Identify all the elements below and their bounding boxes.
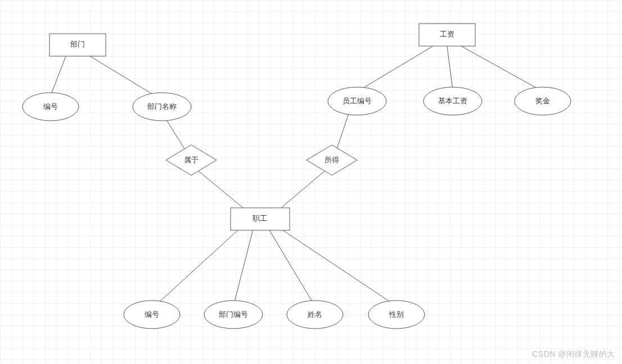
attr-emp-id-label: 编号 [145,310,159,319]
attr-base-salary-label: 基本工资 [438,97,467,105]
edge-emp-gender [281,229,396,306]
er-diagram-canvas: 部门 工资 职工 属于 所得 编号 部门名称 员工编号 基本工资 奖金 [0,0,622,364]
edge-salary-bonus [461,46,540,90]
edge-earns-employee [281,170,326,208]
edge-deptname-belongs [166,119,186,151]
edge-emp-deptid [233,229,253,306]
attr-emp-id: 编号 [124,301,180,329]
attr-emp-deptid: 部门编号 [204,301,263,329]
entity-department-label: 部门 [70,40,85,48]
entity-employee-label: 职工 [253,214,267,222]
attr-dept-id: 编号 [22,93,79,121]
attr-dept-name-label: 部门名称 [147,102,177,111]
entity-salary-label: 工资 [440,30,454,38]
edge-salary-empid [360,46,433,90]
edge-emp-name [269,229,315,306]
attr-emp-gender: 性别 [368,301,425,329]
attr-base-salary: 基本工资 [423,87,482,115]
edge-emp-id [155,229,239,306]
attr-bonus: 奖金 [515,87,571,115]
attr-emp-name: 姓名 [287,301,343,329]
relationship-belongs-to-label: 属于 [184,156,199,164]
entity-salary: 工资 [419,24,475,46]
attr-salary-empid-label: 员工编号 [342,97,372,105]
edge-dept-id [51,56,66,95]
attr-dept-id-label: 编号 [43,102,58,111]
edge-empid-earns [336,113,349,151]
entity-department: 部门 [49,34,106,56]
relationship-earns-label: 所得 [324,156,339,164]
attr-salary-empid: 员工编号 [328,87,386,115]
attr-emp-deptid-label: 部门编号 [219,310,248,319]
entity-employee: 职工 [231,208,290,230]
attr-emp-gender-label: 性别 [389,310,404,319]
relationship-belongs-to: 属于 [166,145,217,175]
attr-dept-name: 部门名称 [133,93,191,121]
attr-bonus-label: 奖金 [535,97,550,105]
edges [51,46,540,306]
edge-belongs-employee [197,170,243,208]
edge-dept-name [90,56,155,95]
watermark-text: CSDN @闲得无聊的大 [532,349,615,360]
edge-salary-base [447,46,453,90]
relationship-earns: 所得 [307,145,357,175]
attr-emp-name-label: 姓名 [308,310,322,319]
